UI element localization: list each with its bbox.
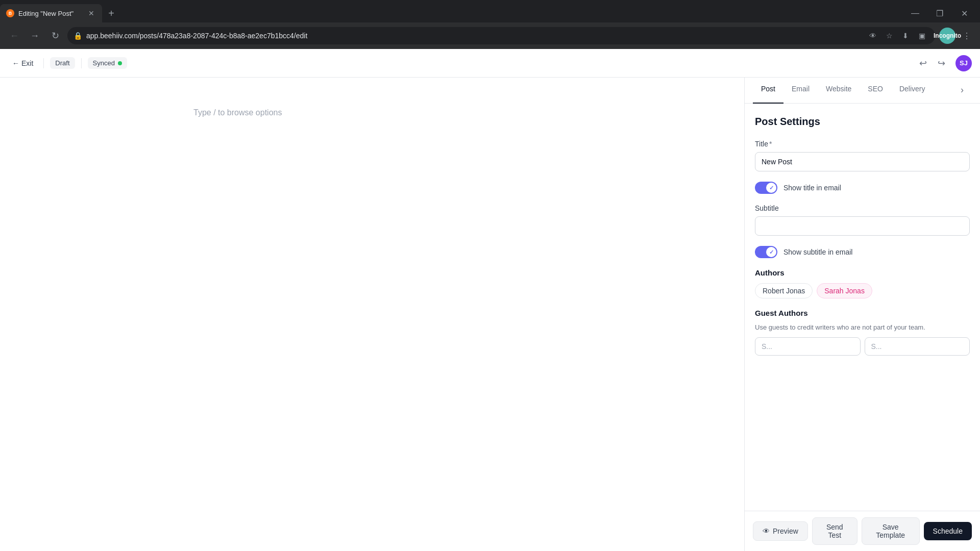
preview-label: Preview — [773, 527, 798, 535]
eye-icon[interactable]: 👁 — [866, 29, 880, 43]
app: ← Exit Draft Synced ↩ ↪ SJ Type / to bro… — [0, 49, 980, 551]
panel-footer: 👁 Preview Send Test Save Template Schedu… — [745, 511, 980, 551]
send-test-button[interactable]: Send Test — [812, 517, 857, 545]
editor-inner: Type / to browse options — [193, 98, 551, 531]
right-panel: Post Email Website SEO Delivery › Post S… — [744, 78, 980, 551]
undo-button[interactable]: ↩ — [915, 55, 931, 71]
author-chip-sarah[interactable]: Sarah Jonas — [817, 283, 872, 298]
app-toolbar: ← Exit Draft Synced ↩ ↪ SJ — [0, 49, 980, 78]
schedule-button[interactable]: Schedule — [924, 522, 972, 540]
redo-button[interactable]: ↪ — [933, 55, 949, 71]
synced-badge[interactable]: Synced — [88, 57, 127, 69]
subtitle-label: Subtitle — [755, 204, 970, 212]
user-avatar[interactable]: SJ — [955, 55, 972, 71]
maximize-button[interactable]: ❐ — [928, 4, 951, 22]
title-input[interactable] — [755, 152, 970, 171]
toolbar-divider-2 — [81, 58, 82, 68]
show-subtitle-toggle-row: Show subtitle in email — [755, 246, 970, 258]
save-template-label: Save Template — [871, 523, 910, 539]
extensions-button[interactable]: ⋮ — [960, 29, 974, 43]
editor-area[interactable]: Type / to browse options — [0, 78, 744, 551]
tab-title: Editing "New Post" — [18, 10, 83, 17]
star-icon[interactable]: ☆ — [882, 29, 896, 43]
authors-label: Authors — [755, 268, 970, 277]
schedule-label: Schedule — [933, 527, 963, 535]
authors-form-group: Authors Robert Jonas Sarah Jonas — [755, 268, 970, 298]
subtitle-form-group: Subtitle — [755, 204, 970, 236]
browser-chrome: B Editing "New Post" ✕ + — ❐ ✕ ← → ↻ 🔒 a… — [0, 0, 980, 49]
tab-website[interactable]: Website — [818, 78, 860, 104]
guest-authors-label: Guest Authors — [755, 309, 970, 317]
guest-input-1[interactable] — [755, 337, 861, 356]
address-actions: 👁 ☆ ⬇ ▣ — [866, 29, 929, 43]
profile-button[interactable]: Incognito — [939, 28, 955, 44]
tab-seo[interactable]: SEO — [860, 78, 891, 104]
show-subtitle-toggle[interactable] — [755, 246, 777, 258]
synced-dot — [118, 61, 122, 65]
editor-placeholder: Type / to browse options — [193, 108, 551, 117]
undo-redo-group: ↩ ↪ — [915, 55, 949, 71]
subtitle-toggle-knob — [766, 247, 776, 257]
panel-title: Post Settings — [755, 116, 970, 128]
tab-post[interactable]: Post — [753, 78, 783, 104]
guest-input-2[interactable] — [865, 337, 970, 356]
app-content: Type / to browse options Post Email Webs… — [0, 78, 980, 551]
forward-button[interactable]: → — [27, 28, 43, 44]
author-chip-robert[interactable]: Robert Jonas — [755, 283, 813, 298]
show-title-toggle[interactable] — [755, 182, 777, 194]
show-title-toggle-row: Show title in email — [755, 182, 970, 194]
subtitle-input[interactable] — [755, 216, 970, 236]
draft-badge[interactable]: Draft — [50, 57, 75, 69]
reload-button[interactable]: ↻ — [47, 28, 63, 44]
tab-delivery[interactable]: Delivery — [891, 78, 934, 104]
exit-label: Exit — [21, 59, 33, 67]
address-bar[interactable]: 🔒 app.beehiiv.com/posts/478a23a8-2087-42… — [67, 27, 935, 44]
show-subtitle-label: Show subtitle in email — [783, 248, 852, 256]
tab-favicon: B — [6, 9, 14, 17]
back-arrow-icon: ← — [12, 59, 19, 67]
show-title-label: Show title in email — [783, 184, 841, 192]
guest-authors-desc: Use guests to credit writers who are not… — [755, 323, 970, 331]
send-test-label: Send Test — [822, 523, 848, 539]
minimize-button[interactable]: — — [903, 4, 927, 22]
sidebar-icon[interactable]: ▣ — [915, 29, 929, 43]
synced-label: Synced — [93, 59, 115, 67]
preview-icon: 👁 — [763, 527, 770, 535]
guest-authors-section: Guest Authors Use guests to credit write… — [755, 309, 970, 356]
authors-row: Robert Jonas Sarah Jonas — [755, 283, 970, 298]
panel-tabs: Post Email Website SEO Delivery › — [745, 78, 980, 104]
guest-inputs — [755, 337, 970, 356]
address-bar-row: ← → ↻ 🔒 app.beehiiv.com/posts/478a23a8-2… — [0, 22, 980, 49]
address-text: app.beehiiv.com/posts/478a23a8-2087-424c… — [86, 32, 862, 40]
tab-close-button[interactable]: ✕ — [87, 9, 96, 18]
panel-collapse-button[interactable]: › — [952, 78, 972, 104]
tab-bar: B Editing "New Post" ✕ + — ❐ ✕ — [0, 0, 980, 22]
preview-button[interactable]: 👁 Preview — [753, 521, 808, 541]
title-label: Title * — [755, 140, 970, 148]
exit-button[interactable]: ← Exit — [8, 56, 37, 70]
save-template-button[interactable]: Save Template — [862, 517, 920, 545]
window-controls: — ❐ ✕ — [903, 4, 980, 22]
toolbar-divider — [43, 58, 44, 68]
active-tab[interactable]: B Editing "New Post" ✕ — [0, 4, 102, 22]
download-icon[interactable]: ⬇ — [898, 29, 913, 43]
back-button[interactable]: ← — [6, 28, 22, 44]
close-button[interactable]: ✕ — [952, 4, 976, 22]
draft-label: Draft — [55, 59, 69, 67]
title-form-group: Title * — [755, 140, 970, 171]
tab-email[interactable]: Email — [783, 78, 818, 104]
new-tab-button[interactable]: + — [104, 6, 118, 20]
title-required: * — [769, 140, 772, 148]
toggle-knob — [766, 183, 776, 193]
panel-body: Post Settings Title * Show title in emai… — [745, 104, 980, 511]
lock-icon: 🔒 — [74, 32, 82, 40]
